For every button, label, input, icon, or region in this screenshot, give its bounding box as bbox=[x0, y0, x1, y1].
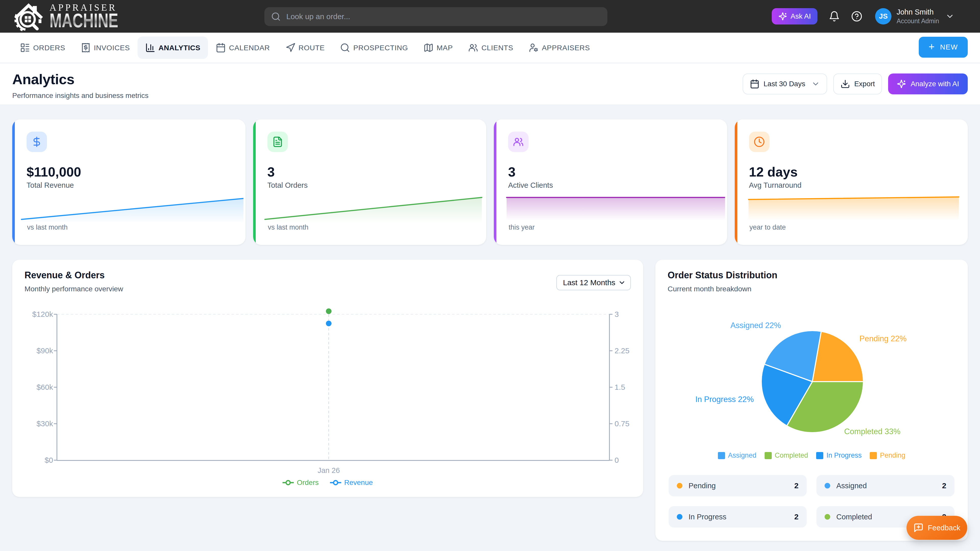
svg-text:$60k: $60k bbox=[37, 383, 53, 391]
svg-text:$120k: $120k bbox=[32, 310, 53, 318]
svg-text:$30k: $30k bbox=[37, 419, 53, 428]
svg-text:1.5: 1.5 bbox=[614, 383, 625, 391]
svg-text:Assigned 22%: Assigned 22% bbox=[730, 321, 781, 330]
svg-text:In Progress 22%: In Progress 22% bbox=[695, 395, 754, 404]
svg-text:3: 3 bbox=[614, 310, 619, 318]
svg-text:$90k: $90k bbox=[37, 346, 53, 355]
svg-text:Completed 33%: Completed 33% bbox=[844, 427, 900, 436]
svg-text:0: 0 bbox=[614, 456, 619, 464]
svg-text:2.25: 2.25 bbox=[614, 346, 629, 355]
svg-text:0.75: 0.75 bbox=[614, 419, 629, 428]
svg-text:Jan 26: Jan 26 bbox=[318, 466, 340, 475]
svg-text:Pending 22%: Pending 22% bbox=[859, 334, 907, 343]
svg-text:$0: $0 bbox=[45, 456, 53, 464]
